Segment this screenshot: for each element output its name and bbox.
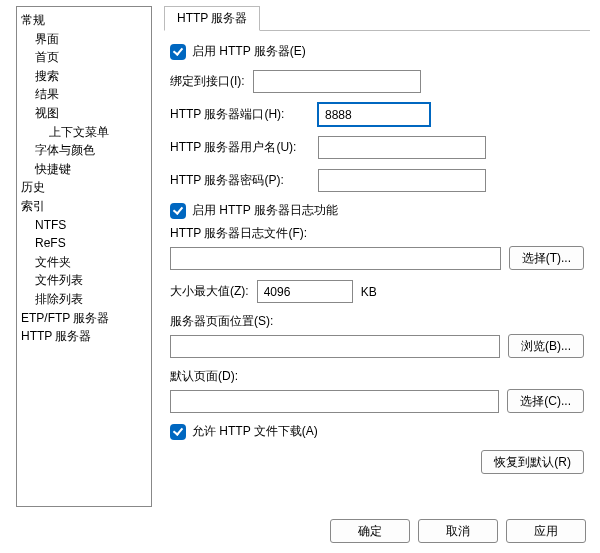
choose-log-button[interactable]: 选择(T)... [509, 246, 584, 270]
tree-home[interactable]: 首页 [21, 48, 151, 67]
enable-log-label: 启用 HTTP 服务器日志功能 [192, 202, 338, 219]
browse-page-button[interactable]: 浏览(B)... [508, 334, 584, 358]
cancel-button[interactable]: 取消 [418, 519, 498, 543]
port-label: HTTP 服务器端口(H): [170, 106, 318, 123]
tree-shortcuts[interactable]: 快捷键 [21, 160, 151, 179]
tree-fonts-colors[interactable]: 字体与颜色 [21, 141, 151, 160]
tree-results[interactable]: 结果 [21, 85, 151, 104]
tree-context-menu[interactable]: 上下文菜单 [21, 123, 151, 142]
tree-folder[interactable]: 文件夹 [21, 253, 151, 272]
bind-label: 绑定到接口(I): [170, 73, 245, 90]
enable-http-label: 启用 HTTP 服务器(E) [192, 43, 306, 60]
apply-button[interactable]: 应用 [506, 519, 586, 543]
log-file-input[interactable] [170, 247, 501, 270]
user-input[interactable] [318, 136, 486, 159]
enable-log-checkbox[interactable] [170, 203, 186, 219]
tree-index[interactable]: 索引 [21, 197, 151, 216]
page-loc-input[interactable] [170, 335, 500, 358]
default-page-label: 默认页面(D): [170, 368, 584, 385]
dialog-footer: 确定 取消 应用 [0, 513, 600, 553]
tree-exclude-list[interactable]: 排除列表 [21, 290, 151, 309]
default-page-input[interactable] [170, 390, 499, 413]
allow-download-checkbox[interactable] [170, 424, 186, 440]
bind-input[interactable] [253, 70, 421, 93]
pass-input[interactable] [318, 169, 486, 192]
tree-history[interactable]: 历史 [21, 178, 151, 197]
choose-default-button[interactable]: 选择(C)... [507, 389, 584, 413]
tree-ui[interactable]: 界面 [21, 30, 151, 49]
user-label: HTTP 服务器用户名(U): [170, 139, 318, 156]
enable-http-checkbox[interactable] [170, 44, 186, 60]
page-loc-label: 服务器页面位置(S): [170, 313, 584, 330]
main-panel: HTTP 服务器 启用 HTTP 服务器(E) 绑定到接口(I): HTTP 服… [152, 6, 590, 507]
max-size-label: 大小最大值(Z): [170, 283, 249, 300]
tab-bar: HTTP 服务器 [164, 6, 590, 31]
log-file-label: HTTP 服务器日志文件(F): [170, 225, 584, 242]
tree-http[interactable]: HTTP 服务器 [21, 327, 151, 346]
nav-tree: 常规 界面 首页 搜索 结果 视图 上下文菜单 字体与颜色 快捷键 历史 索引 … [16, 6, 152, 507]
tree-search[interactable]: 搜索 [21, 67, 151, 86]
tree-general[interactable]: 常规 [21, 11, 151, 30]
tree-view[interactable]: 视图 [21, 104, 151, 123]
max-size-unit: KB [361, 285, 377, 299]
tab-http-server[interactable]: HTTP 服务器 [164, 6, 260, 31]
allow-download-label: 允许 HTTP 文件下载(A) [192, 423, 318, 440]
tree-etp-ftp[interactable]: ETP/FTP 服务器 [21, 309, 151, 328]
port-input[interactable] [318, 103, 430, 126]
tree-ntfs[interactable]: NTFS [21, 216, 151, 235]
pass-label: HTTP 服务器密码(P): [170, 172, 318, 189]
ok-button[interactable]: 确定 [330, 519, 410, 543]
tree-file-list[interactable]: 文件列表 [21, 271, 151, 290]
restore-default-button[interactable]: 恢复到默认(R) [481, 450, 584, 474]
tree-refs[interactable]: ReFS [21, 234, 151, 253]
max-size-input[interactable] [257, 280, 353, 303]
